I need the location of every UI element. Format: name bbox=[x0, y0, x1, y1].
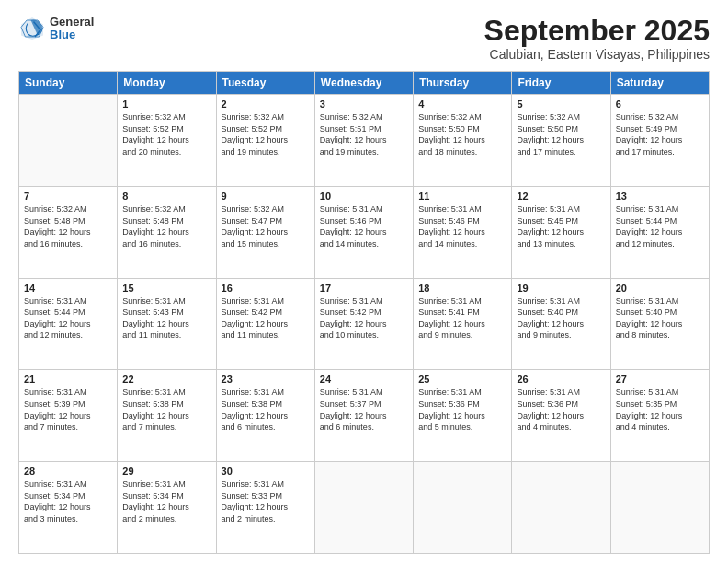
day-info: Sunrise: 5:31 AM Sunset: 5:35 PM Dayligh… bbox=[616, 386, 704, 432]
day-number: 11 bbox=[418, 190, 506, 201]
day-number: 21 bbox=[24, 373, 112, 385]
calendar-cell: 9Sunrise: 5:32 AM Sunset: 5:47 PM Daylig… bbox=[216, 186, 314, 278]
day-info: Sunrise: 5:31 AM Sunset: 5:40 PM Dayligh… bbox=[616, 295, 704, 341]
calendar-cell: 21Sunrise: 5:31 AM Sunset: 5:39 PM Dayli… bbox=[19, 370, 118, 462]
day-number: 8 bbox=[122, 190, 210, 201]
calendar-header-saturday: Saturday bbox=[610, 72, 709, 95]
calendar-cell: 7Sunrise: 5:32 AM Sunset: 5:48 PM Daylig… bbox=[19, 186, 118, 278]
calendar-cell: 27Sunrise: 5:31 AM Sunset: 5:35 PM Dayli… bbox=[610, 370, 709, 462]
day-info: Sunrise: 5:32 AM Sunset: 5:50 PM Dayligh… bbox=[517, 111, 605, 157]
day-info: Sunrise: 5:32 AM Sunset: 5:49 PM Dayligh… bbox=[616, 111, 704, 157]
week-row-2: 7Sunrise: 5:32 AM Sunset: 5:48 PM Daylig… bbox=[19, 186, 710, 278]
day-number: 25 bbox=[418, 373, 506, 385]
day-number: 10 bbox=[320, 190, 408, 201]
day-number: 13 bbox=[616, 190, 704, 201]
day-info: Sunrise: 5:32 AM Sunset: 5:51 PM Dayligh… bbox=[320, 111, 408, 157]
week-row-5: 28Sunrise: 5:31 AM Sunset: 5:34 PM Dayli… bbox=[19, 462, 710, 554]
day-number: 12 bbox=[517, 190, 605, 201]
logo-text: General Blue bbox=[50, 16, 94, 42]
calendar-cell: 11Sunrise: 5:31 AM Sunset: 5:46 PM Dayli… bbox=[414, 186, 512, 278]
day-number: 2 bbox=[222, 98, 310, 109]
day-number: 19 bbox=[517, 282, 605, 293]
day-info: Sunrise: 5:31 AM Sunset: 5:39 PM Dayligh… bbox=[24, 386, 112, 432]
day-info: Sunrise: 5:31 AM Sunset: 5:36 PM Dayligh… bbox=[418, 386, 506, 432]
logo: General Blue bbox=[18, 15, 94, 42]
day-info: Sunrise: 5:32 AM Sunset: 5:50 PM Dayligh… bbox=[418, 111, 506, 157]
calendar-cell bbox=[610, 462, 709, 554]
calendar-cell: 26Sunrise: 5:31 AM Sunset: 5:36 PM Dayli… bbox=[512, 370, 610, 462]
day-info: Sunrise: 5:31 AM Sunset: 5:40 PM Dayligh… bbox=[517, 295, 605, 341]
calendar-cell: 22Sunrise: 5:31 AM Sunset: 5:38 PM Dayli… bbox=[118, 370, 216, 462]
day-info: Sunrise: 5:31 AM Sunset: 5:33 PM Dayligh… bbox=[222, 478, 310, 524]
day-info: Sunrise: 5:31 AM Sunset: 5:44 PM Dayligh… bbox=[616, 203, 704, 249]
day-info: Sunrise: 5:32 AM Sunset: 5:52 PM Dayligh… bbox=[122, 111, 210, 157]
calendar-cell bbox=[414, 462, 512, 554]
calendar-header-friday: Friday bbox=[512, 72, 610, 95]
calendar-header-sunday: Sunday bbox=[19, 72, 118, 95]
day-info: Sunrise: 5:32 AM Sunset: 5:47 PM Dayligh… bbox=[222, 203, 310, 249]
calendar-header-row: SundayMondayTuesdayWednesdayThursdayFrid… bbox=[19, 72, 710, 95]
day-info: Sunrise: 5:31 AM Sunset: 5:45 PM Dayligh… bbox=[517, 203, 605, 249]
day-number: 7 bbox=[24, 190, 112, 201]
page-title: September 2025 bbox=[484, 15, 710, 47]
week-row-1: 1Sunrise: 5:32 AM Sunset: 5:52 PM Daylig… bbox=[19, 95, 710, 187]
calendar-header-monday: Monday bbox=[118, 72, 216, 95]
day-info: Sunrise: 5:31 AM Sunset: 5:37 PM Dayligh… bbox=[320, 386, 408, 432]
day-number: 18 bbox=[418, 282, 506, 293]
day-info: Sunrise: 5:31 AM Sunset: 5:42 PM Dayligh… bbox=[320, 295, 408, 341]
calendar-cell: 3Sunrise: 5:32 AM Sunset: 5:51 PM Daylig… bbox=[314, 95, 413, 187]
logo-icon bbox=[18, 15, 46, 42]
day-info: Sunrise: 5:31 AM Sunset: 5:36 PM Dayligh… bbox=[517, 386, 605, 432]
page: General Blue September 2025 Calubian, Ea… bbox=[0, 0, 728, 563]
day-number: 26 bbox=[517, 373, 605, 385]
week-row-3: 14Sunrise: 5:31 AM Sunset: 5:44 PM Dayli… bbox=[19, 278, 710, 370]
day-number: 28 bbox=[24, 465, 112, 477]
day-number: 9 bbox=[222, 190, 310, 201]
logo-blue: Blue bbox=[50, 29, 94, 41]
calendar-cell: 8Sunrise: 5:32 AM Sunset: 5:48 PM Daylig… bbox=[118, 186, 216, 278]
calendar-cell bbox=[512, 462, 610, 554]
calendar-cell: 5Sunrise: 5:32 AM Sunset: 5:50 PM Daylig… bbox=[512, 95, 610, 187]
day-info: Sunrise: 5:31 AM Sunset: 5:44 PM Dayligh… bbox=[24, 295, 112, 341]
page-subtitle: Calubian, Eastern Visayas, Philippines bbox=[484, 47, 710, 62]
day-info: Sunrise: 5:31 AM Sunset: 5:41 PM Dayligh… bbox=[418, 295, 506, 341]
day-info: Sunrise: 5:31 AM Sunset: 5:38 PM Dayligh… bbox=[222, 386, 310, 432]
calendar-cell: 19Sunrise: 5:31 AM Sunset: 5:40 PM Dayli… bbox=[512, 278, 610, 370]
day-info: Sunrise: 5:31 AM Sunset: 5:34 PM Dayligh… bbox=[122, 478, 210, 524]
calendar-cell: 4Sunrise: 5:32 AM Sunset: 5:50 PM Daylig… bbox=[414, 95, 512, 187]
header: General Blue September 2025 Calubian, Ea… bbox=[18, 15, 710, 62]
calendar-cell: 10Sunrise: 5:31 AM Sunset: 5:46 PM Dayli… bbox=[314, 186, 413, 278]
calendar-cell: 20Sunrise: 5:31 AM Sunset: 5:40 PM Dayli… bbox=[610, 278, 709, 370]
calendar-header-thursday: Thursday bbox=[414, 72, 512, 95]
calendar-cell: 2Sunrise: 5:32 AM Sunset: 5:52 PM Daylig… bbox=[216, 95, 314, 187]
calendar-cell bbox=[19, 95, 118, 187]
calendar-cell: 17Sunrise: 5:31 AM Sunset: 5:42 PM Dayli… bbox=[314, 278, 413, 370]
day-number: 29 bbox=[122, 465, 210, 477]
calendar-cell: 25Sunrise: 5:31 AM Sunset: 5:36 PM Dayli… bbox=[414, 370, 512, 462]
day-number: 6 bbox=[616, 98, 704, 109]
calendar-header-wednesday: Wednesday bbox=[314, 72, 413, 95]
day-number: 22 bbox=[122, 373, 210, 385]
calendar-cell: 28Sunrise: 5:31 AM Sunset: 5:34 PM Dayli… bbox=[19, 462, 118, 554]
calendar-cell: 30Sunrise: 5:31 AM Sunset: 5:33 PM Dayli… bbox=[216, 462, 314, 554]
calendar-cell: 14Sunrise: 5:31 AM Sunset: 5:44 PM Dayli… bbox=[19, 278, 118, 370]
day-info: Sunrise: 5:31 AM Sunset: 5:46 PM Dayligh… bbox=[320, 203, 408, 249]
day-info: Sunrise: 5:31 AM Sunset: 5:42 PM Dayligh… bbox=[222, 295, 310, 341]
day-number: 30 bbox=[222, 465, 310, 477]
calendar-cell: 24Sunrise: 5:31 AM Sunset: 5:37 PM Dayli… bbox=[314, 370, 413, 462]
day-info: Sunrise: 5:32 AM Sunset: 5:48 PM Dayligh… bbox=[24, 203, 112, 249]
calendar-cell: 18Sunrise: 5:31 AM Sunset: 5:41 PM Dayli… bbox=[414, 278, 512, 370]
week-row-4: 21Sunrise: 5:31 AM Sunset: 5:39 PM Dayli… bbox=[19, 370, 710, 462]
day-info: Sunrise: 5:32 AM Sunset: 5:48 PM Dayligh… bbox=[122, 203, 210, 249]
day-number: 4 bbox=[418, 98, 506, 109]
logo-general: General bbox=[50, 16, 94, 29]
calendar-cell: 6Sunrise: 5:32 AM Sunset: 5:49 PM Daylig… bbox=[610, 95, 709, 187]
day-number: 23 bbox=[222, 373, 310, 385]
day-number: 27 bbox=[616, 373, 704, 385]
day-number: 3 bbox=[320, 98, 408, 109]
calendar-cell: 29Sunrise: 5:31 AM Sunset: 5:34 PM Dayli… bbox=[118, 462, 216, 554]
day-number: 15 bbox=[122, 282, 210, 293]
day-info: Sunrise: 5:31 AM Sunset: 5:46 PM Dayligh… bbox=[418, 203, 506, 249]
calendar-cell: 23Sunrise: 5:31 AM Sunset: 5:38 PM Dayli… bbox=[216, 370, 314, 462]
day-info: Sunrise: 5:32 AM Sunset: 5:52 PM Dayligh… bbox=[222, 111, 310, 157]
